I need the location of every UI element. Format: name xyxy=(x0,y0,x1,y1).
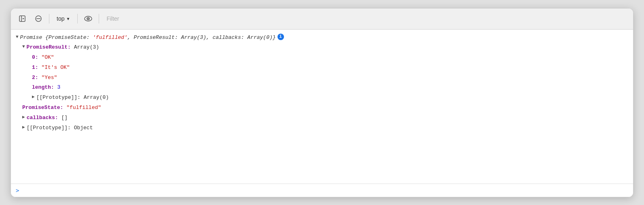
promise-result-value: Array(3) xyxy=(71,43,99,52)
no-entry-button[interactable] xyxy=(32,12,45,25)
dropdown-arrow-icon: ▼ xyxy=(66,17,70,21)
toggle-sidebar-button[interactable] xyxy=(16,12,29,25)
console-input[interactable] xyxy=(22,187,628,193)
expand-arrow-icon[interactable] xyxy=(22,124,25,131)
info-icon[interactable]: i xyxy=(278,34,284,40)
length-value: 3 xyxy=(54,83,61,92)
array-prototype: [[Prototype]]: Array(0) xyxy=(36,94,109,102)
eye-button[interactable] xyxy=(82,12,95,25)
svg-marker-2 xyxy=(23,18,24,19)
promise-state-value: "fulfilled" xyxy=(63,104,101,112)
list-item: length: 3 xyxy=(11,83,633,93)
index-value-0: "OK" xyxy=(38,53,54,62)
length-key: length: xyxy=(32,83,54,92)
list-item: Promise {PromiseState: 'fulfilled', Prom… xyxy=(11,33,633,43)
index-value-1: "It's OK" xyxy=(38,64,70,72)
expand-arrow-icon[interactable] xyxy=(22,114,25,121)
toolbar: top ▼ xyxy=(11,9,633,30)
promise-label: Promise {PromiseState: 'fulfilled', Prom… xyxy=(20,34,276,42)
promise-state-key: PromiseState: xyxy=(22,104,63,112)
expand-arrow-icon[interactable] xyxy=(16,34,19,41)
index-value-2: "Yes" xyxy=(38,74,57,82)
promise-result-key: PromiseResult: xyxy=(27,43,71,52)
console-input-line: > xyxy=(11,184,633,197)
object-prototype: [[Prototype]]: Object xyxy=(27,124,93,132)
console-prompt: > xyxy=(16,187,19,194)
list-item: 0: "OK" xyxy=(11,53,633,63)
index-key-2: 2: xyxy=(32,74,38,82)
list-item: [[Prototype]]: Object xyxy=(11,123,633,133)
callbacks-value: [] xyxy=(58,114,68,122)
list-item: 1: "It's OK" xyxy=(11,63,633,73)
console-output: Promise {PromiseState: 'fulfilled', Prom… xyxy=(11,30,633,184)
expand-arrow-icon[interactable] xyxy=(32,94,35,101)
list-item: PromiseState: "fulfilled" xyxy=(11,103,633,113)
toolbar-divider-3 xyxy=(99,14,99,23)
callbacks-key: callbacks: xyxy=(27,114,58,122)
filter-input[interactable] xyxy=(103,14,628,23)
context-selector[interactable]: top ▼ xyxy=(53,14,73,23)
expand-arrow-icon[interactable] xyxy=(22,43,25,51)
list-item: 2: "Yes" xyxy=(11,73,633,83)
list-item: [[Prototype]]: Array(0) xyxy=(11,93,633,103)
index-key-1: 1: xyxy=(32,64,38,72)
list-item: PromiseResult: Array(3) xyxy=(11,43,633,53)
toolbar-divider-2 xyxy=(77,14,78,23)
svg-point-7 xyxy=(88,18,89,19)
index-key-0: 0: xyxy=(32,53,38,62)
toolbar-divider xyxy=(49,14,49,23)
list-item: callbacks: [] xyxy=(11,113,633,123)
devtools-window: top ▼ Promise {PromiseState: 'fulfilled'… xyxy=(11,8,633,197)
context-label: top xyxy=(57,15,64,22)
